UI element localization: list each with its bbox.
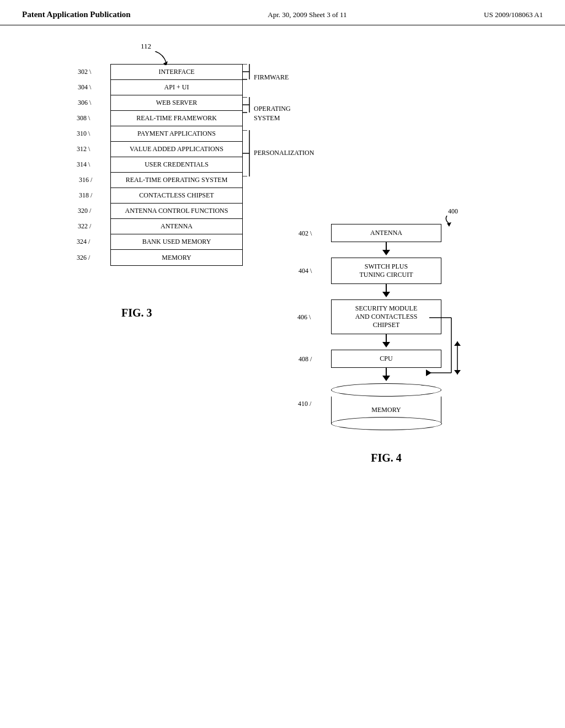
fig4-row-404: 404 \ SWITCH PLUSTUNING CIRCUIT (315, 258, 458, 299)
arrow-line (386, 284, 387, 292)
ref-320: 320 / (78, 207, 91, 215)
ref-402: 402 \ (299, 229, 312, 237)
publication-label: Patent Application Publication (22, 10, 131, 19)
ref-322: 322 / (78, 222, 91, 231)
personalization-label: PERSONALIZATION (254, 149, 314, 157)
stack-row-318: 318 / CONTACTLESS CHIPSET (111, 188, 242, 204)
stack-row-306: 306 \ WEB SERVER (111, 95, 242, 111)
stack-row-304: 304 \ API + UI (111, 80, 242, 95)
feedback-arrow-404-406 (424, 312, 457, 378)
firmware-label: FIRMWARE (254, 73, 289, 82)
arrow-402-404 (382, 242, 390, 258)
ref-304: 304 \ (78, 83, 91, 92)
stack-row-302: 302 \ INTERFACE (111, 65, 242, 80)
patent-number-label: US 2009/108063 A1 (484, 10, 543, 19)
ref-408: 408 / (299, 355, 312, 363)
fig4-caption: FIG. 4 (315, 452, 458, 464)
stack-row-314: 314 \ USER CREDENTIALS (111, 157, 242, 173)
ref-406: 406 \ (297, 313, 311, 321)
fig3-caption: FIG. 3 (121, 307, 152, 319)
fig4-row-402: 402 \ ANTENNA (315, 224, 458, 258)
cylinder-body: MEMORY (331, 397, 441, 424)
ref-314: 314 \ (77, 160, 90, 169)
page-header: Patent Application Publication Apr. 30, … (0, 0, 565, 25)
arrow-line (386, 242, 387, 250)
arrowhead-down (382, 250, 390, 255)
arrow-404-406 (382, 284, 390, 299)
main-content: 112 302 \ INTERFACE 304 \ API + UI 306 \… (0, 25, 565, 720)
fig4-box-antenna: 402 \ ANTENNA (331, 224, 441, 242)
cylinder-bottom (331, 417, 442, 430)
ref-302: 302 \ (78, 68, 91, 76)
fig3-stack: 302 \ INTERFACE 304 \ API + UI 306 \ WEB… (110, 64, 243, 266)
fig4-box-switch: 404 \ SWITCH PLUSTUNING CIRCUIT (331, 258, 441, 284)
arrow-line (386, 368, 387, 376)
ref-112: 112 (141, 42, 151, 51)
arrowhead-down (382, 342, 390, 347)
stack-row-316: 316 / REAL-TIME OPERATING SYSTEM (111, 173, 242, 188)
ref-306: 306 \ (78, 99, 91, 107)
ref-316: 316 / (79, 176, 92, 184)
arrowhead-down (382, 292, 390, 297)
stack-row-324: 324 / BANK USED MEMORY (111, 234, 242, 250)
ref-318: 318 / (79, 191, 92, 200)
os-label: OPERATING SYSTEM (254, 104, 291, 123)
stack-row-310: 310 \ PAYMENT APPLICATIONS (111, 126, 242, 142)
ref-404: 404 \ (299, 267, 312, 275)
arrow-408-410 (382, 368, 390, 383)
arrowhead-down (382, 376, 390, 381)
cylinder-top (331, 383, 441, 397)
stack-row-326: 326 / MEMORY (111, 250, 242, 265)
stack-row-312: 312 \ VALUE ADDED APPLICATIONS (111, 142, 242, 157)
ref-312: 312 \ (77, 145, 90, 153)
stack-row-308: 308 \ REAL-TIME FRAMEWORK (111, 111, 242, 126)
stack-row-320: 320 / ANTENNA CONTROL FUNCTIONS (111, 204, 242, 219)
fig4-cylinder: MEMORY 410 / (331, 383, 441, 424)
date-sheet-label: Apr. 30, 2009 Sheet 3 of 11 (268, 10, 347, 19)
arrow-406-408 (382, 334, 390, 350)
stack-row-322: 322 / ANTENNA (111, 219, 242, 234)
ref-410: 410 / (298, 400, 311, 408)
ref-308: 308 \ (77, 114, 90, 122)
arrow-line (386, 334, 387, 342)
fig4-row-410: MEMORY 410 / (315, 383, 458, 424)
svg-marker-20 (426, 370, 431, 376)
ref-326: 326 / (77, 254, 90, 262)
ref-310: 310 \ (77, 130, 90, 138)
ref-324: 324 / (77, 238, 90, 246)
